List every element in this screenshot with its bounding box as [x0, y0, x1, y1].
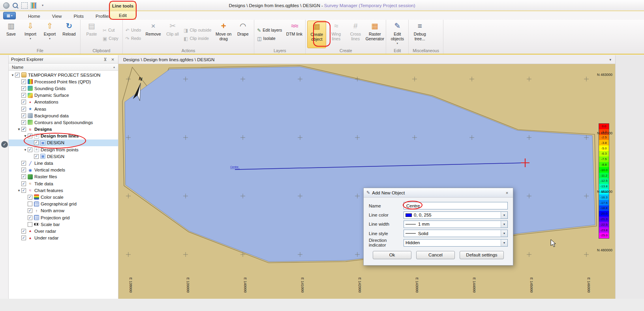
tree-item-design[interactable]: ✓▦DESIGN [9, 153, 118, 160]
cut-button[interactable]: ✂Cut [101, 26, 121, 34]
tab-plots[interactable]: Plots [68, 12, 90, 20]
edit-objects-button[interactable]: ✎Edit objects▾ [388, 21, 407, 48]
chevron-down-icon[interactable]: ▼ [501, 221, 507, 228]
checked-indicator-icon[interactable]: ✓ [1, 141, 8, 148]
tree-item-dynamic-surface[interactable]: ✓Dynamic Surface [9, 92, 118, 99]
application-menu-button[interactable]: ▦▾ [3, 12, 16, 19]
tree-expander-icon[interactable]: ▾ [23, 134, 28, 138]
debug-tree-button[interactable]: ≡Debug tree... [410, 21, 429, 48]
dialog-close-icon[interactable] [504, 190, 510, 196]
cancel-button[interactable]: Cancel [416, 251, 455, 259]
checkbox[interactable]: ✓ [21, 168, 26, 172]
checkbox[interactable]: ✓ [28, 195, 32, 200]
isolate-button[interactable]: ◫Isolate [256, 35, 284, 42]
remove-button[interactable]: ×Remove [144, 21, 163, 48]
tree-item-design-from-lines[interactable]: ▾✓≡Design from lines [9, 133, 118, 139]
checkbox[interactable]: ✓ [21, 174, 26, 179]
qat-dropdown-icon[interactable]: ▾ [39, 2, 46, 9]
chart-icon[interactable] [30, 2, 37, 9]
checkbox[interactable]: ✓ [21, 113, 26, 118]
checkbox[interactable]: ✓ [21, 93, 26, 98]
tree-item-scale-bar[interactable]: Scale bar [9, 221, 118, 228]
export-button[interactable]: ⇧Export▾ [40, 21, 59, 48]
checkbox[interactable] [28, 202, 32, 206]
document-tab[interactable]: Designs \ Design from lines.qgfdes \ DES… [123, 57, 214, 62]
tree-item-line-data[interactable]: ✓╱Line data [9, 160, 118, 166]
raster-generator-button[interactable]: ▦Raster Generator [365, 21, 384, 48]
tree-item-design[interactable]: ✓▦DESIGN [9, 139, 118, 146]
tree-item-tide-data[interactable]: ✓≈Tide data [9, 180, 118, 187]
direction-indicator-combo[interactable]: Hidden▼ [404, 239, 508, 247]
checkbox[interactable]: ✓ [21, 79, 26, 84]
checkbox[interactable]: ✓ [28, 134, 32, 138]
tab-list-dropdown-icon[interactable]: ▾ [609, 58, 611, 62]
drape-button[interactable]: ◠Drape [233, 21, 252, 48]
tree-item-geographical-grid[interactable]: Geographical grid [9, 201, 118, 207]
wing-lines-button[interactable]: ≈Wing lines [327, 21, 345, 48]
chevron-down-icon[interactable]: ▼ [501, 212, 507, 219]
pin-icon[interactable] [102, 57, 108, 62]
ok-button[interactable]: Ok [373, 251, 411, 259]
tree-item-temporary-project-session[interactable]: ▾✓TEMPORARY PROJECT SESSION [9, 72, 118, 78]
clip-all-button[interactable]: ✂Clip all [163, 21, 182, 48]
checkbox[interactable]: ✓ [21, 107, 26, 111]
line-width-combo[interactable]: 1 mm▼ [404, 221, 508, 228]
checkbox[interactable]: ✓ [21, 120, 26, 125]
line-style-combo[interactable]: Solid▼ [404, 230, 508, 237]
save-button[interactable]: ▥Save [2, 21, 21, 48]
clip-inside-button[interactable]: ◧Clip inside [182, 35, 214, 42]
tree-item-under-radar[interactable]: ✓▲Under radar [9, 235, 118, 241]
paste-button[interactable]: ▤Paste [82, 21, 101, 48]
tree-item-north-arrow[interactable]: ✓↑North arrow [9, 207, 118, 214]
tree-item-design-from-points[interactable]: ▾✓≡Design from points [9, 146, 118, 153]
tab-home[interactable]: Home [22, 12, 46, 20]
tree-column-header[interactable]: Name ▴ [9, 64, 118, 71]
tree-item-background-data[interactable]: ✓Background data [9, 112, 118, 119]
create-object-button[interactable]: ▦Create object [307, 21, 326, 48]
undo-button[interactable]: ↶Undo [124, 26, 143, 34]
edit-layers-button[interactable]: ✎Edit layers [256, 26, 284, 34]
tree-expander-icon[interactable]: ▾ [10, 73, 15, 77]
tree-item-areas[interactable]: ✓★Areas [9, 106, 118, 112]
tree-expander-icon[interactable]: ▾ [23, 148, 28, 152]
checkbox[interactable]: ✓ [21, 127, 26, 132]
checkbox[interactable]: ✓ [34, 154, 39, 159]
name-input-field[interactable] [406, 202, 507, 209]
copy-button[interactable]: ▣Copy [101, 35, 121, 42]
line-color-combo[interactable]: 0, 0, 255▼ [404, 211, 508, 219]
zoom-icon[interactable] [12, 2, 19, 9]
tab-view[interactable]: View [46, 12, 68, 20]
checkbox[interactable]: ✓ [15, 73, 20, 77]
tree-item-projection-grid[interactable]: ✓Projection grid [9, 214, 118, 221]
checkbox[interactable]: ✓ [21, 181, 26, 186]
checkbox[interactable]: ✓ [21, 161, 26, 166]
tree-item-color-scale[interactable]: ✓Color scale [9, 194, 118, 200]
default-settings-button[interactable]: Default settings [460, 251, 504, 259]
checkbox[interactable]: ✓ [21, 86, 26, 91]
tree-item-over-radar[interactable]: ✓▲Over radar [9, 228, 118, 234]
checkbox[interactable]: ✓ [21, 188, 26, 193]
move-on-drag-button[interactable]: +Move on drag [214, 21, 233, 48]
checkbox[interactable] [28, 222, 32, 227]
checkbox[interactable]: ✓ [34, 140, 39, 145]
chevron-down-icon[interactable]: ▼ [501, 230, 507, 237]
tree-item-raster-files[interactable]: ✓Raster files [9, 173, 118, 180]
tree-expander-icon[interactable]: ▾ [17, 127, 21, 131]
tree-item-annotations[interactable]: ✓●Annotations [9, 99, 118, 106]
checkbox[interactable]: ✓ [28, 208, 32, 213]
reload-button[interactable]: ↻Reload [60, 21, 79, 48]
redo-button[interactable]: ↷Redo [124, 35, 143, 42]
tree-item-sounding-grids[interactable]: ✓Sounding Grids [9, 85, 118, 92]
checkbox[interactable]: ✓ [21, 229, 26, 234]
dtm-link-button[interactable]: ≈≈DTM link [285, 21, 304, 48]
tree-item-processed-point-files-qpd[interactable]: ✓Processed Point files (QPD) [9, 78, 118, 85]
tree-expander-icon[interactable]: ▾ [17, 188, 21, 192]
checkbox[interactable]: ✓ [28, 147, 32, 152]
checkbox[interactable]: ✓ [21, 236, 26, 240]
clip-outside-button[interactable]: ◨Clip outside [182, 26, 214, 34]
fit-extents-icon[interactable] [21, 2, 28, 9]
import-button[interactable]: ⇩Import▾ [21, 21, 40, 48]
tree-item-designs[interactable]: ▾✓≈Designs [9, 126, 118, 133]
tree-item-vertical-models[interactable]: ✓◉Vertical models [9, 167, 118, 173]
name-input[interactable] [404, 202, 508, 209]
